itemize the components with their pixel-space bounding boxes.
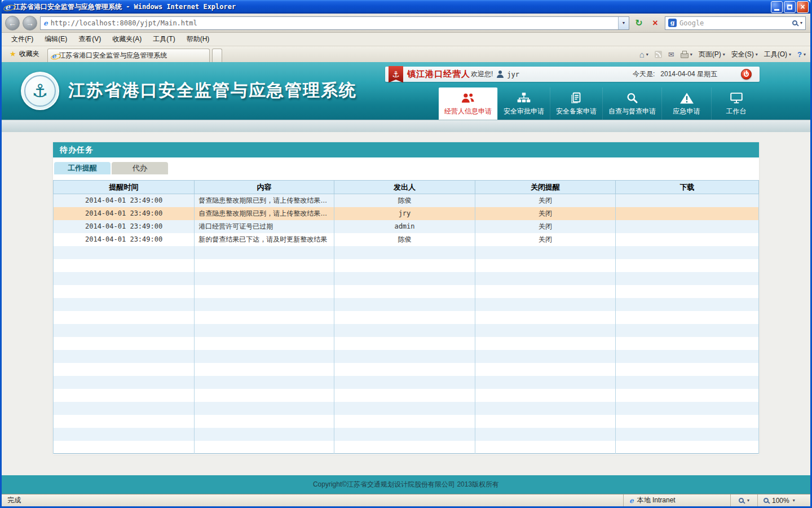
anchor-icon: ⚓ xyxy=(32,80,48,102)
cell-download xyxy=(616,441,759,454)
maximize-icon xyxy=(787,5,792,10)
zoom-menu-chevron-icon: ▾ xyxy=(747,498,749,503)
cell-download xyxy=(616,428,759,441)
nav-item-safety-filing[interactable]: 安全备案申请 xyxy=(550,87,602,120)
close-reminder-link xyxy=(475,428,616,441)
home-chevron-icon: ▾ xyxy=(646,52,648,57)
stop-button[interactable]: × xyxy=(648,16,662,30)
role-badge: ⚓ 镇江港口经营人 xyxy=(385,65,477,84)
table-row xyxy=(54,415,759,428)
cell-download xyxy=(616,376,759,389)
content-area: 待办任务 工作提醒 代办 提醒时间 内容 发出人 关闭提醒 xyxy=(2,132,810,475)
back-button[interactable]: ← xyxy=(5,16,20,30)
main-nav: 经营人信息申请 安全审批申请 安全备案申请 自查与督查申请 应急申请 xyxy=(439,87,761,120)
feeds-button[interactable] xyxy=(655,51,662,58)
close-reminder-link[interactable]: 关闭 xyxy=(475,194,616,207)
window-controls: × xyxy=(771,1,809,13)
nav-item-emergency[interactable]: 应急申请 xyxy=(661,87,711,120)
zoom-menu-button[interactable]: ▾ xyxy=(730,494,757,506)
refresh-button[interactable]: ↻ xyxy=(632,16,646,30)
help-button[interactable]: ? ▾ xyxy=(797,50,806,59)
page-menu-button[interactable]: 页面(P) ▾ xyxy=(699,50,725,59)
subheader-strip xyxy=(2,120,810,132)
menu-file[interactable]: 文件(F) xyxy=(6,33,38,46)
search-icon[interactable] xyxy=(792,20,797,25)
url-field[interactable]: e ▼ xyxy=(40,16,629,30)
nav-item-label: 自查与督查申请 xyxy=(608,107,656,116)
cell-download xyxy=(616,207,759,220)
cell-sender xyxy=(334,428,475,441)
close-button[interactable]: × xyxy=(797,1,809,13)
close-reminder-link xyxy=(475,337,616,350)
copyright-text: Copyright©江苏省交通规划设计院股份有限公司 2013版权所有 xyxy=(313,480,499,489)
close-reminder-link xyxy=(475,259,616,272)
todo-table-body: 2014-04-01 23:49:00 督查隐患整改期限已到，请上传整改结果… … xyxy=(54,194,759,454)
print-button[interactable]: ▾ xyxy=(681,51,692,58)
nav-item-operator-info[interactable]: 经营人信息申请 xyxy=(439,87,497,120)
zoom-value: 100% xyxy=(772,497,789,505)
read-mail-button[interactable]: ✉ xyxy=(668,50,674,59)
cell-content xyxy=(195,415,334,428)
cell-content xyxy=(195,311,334,324)
tools-menu-button[interactable]: 工具(O) ▾ xyxy=(764,50,791,59)
warning-icon xyxy=(679,92,694,104)
menu-edit[interactable]: 编辑(E) xyxy=(39,33,72,46)
zoom-lens-icon xyxy=(764,498,769,503)
forward-button[interactable]: → xyxy=(23,16,37,30)
menu-view[interactable]: 查看(V) xyxy=(73,33,106,46)
username: jyr xyxy=(507,71,519,78)
nav-item-inspection[interactable]: 自查与督查申请 xyxy=(602,87,661,120)
menu-favorites[interactable]: 收藏夹(A) xyxy=(107,33,147,46)
zoom-level-button[interactable]: 100% ▾ xyxy=(757,494,810,506)
close-reminder-link xyxy=(475,285,616,298)
close-reminder-link[interactable]: 关闭 xyxy=(475,233,616,246)
new-tab-stub[interactable] xyxy=(212,49,222,62)
panel-tabs: 工作提醒 代办 xyxy=(54,162,759,174)
cell-remind-time: 2014-04-01 23:49:00 xyxy=(54,207,195,220)
search-dropdown-icon[interactable]: ▾ xyxy=(800,20,802,25)
cell-remind-time xyxy=(54,272,195,285)
nav-item-workbench[interactable]: 工作台 xyxy=(711,87,761,120)
nav-item-safety-approval[interactable]: 安全审批申请 xyxy=(497,87,550,120)
safety-menu-button[interactable]: 安全(S) ▾ xyxy=(731,50,758,59)
close-reminder-link[interactable]: 关闭 xyxy=(475,207,616,220)
cell-content: 督查隐患整改期限已到，请上传整改结果… xyxy=(195,194,334,207)
cell-download xyxy=(616,298,759,311)
logout-power-button[interactable] xyxy=(741,69,752,80)
ie-logo-icon: e xyxy=(5,3,10,11)
close-reminder-link xyxy=(475,389,616,402)
close-reminder-link[interactable]: 关闭 xyxy=(475,220,616,233)
cell-sender: 陈俊 xyxy=(334,233,475,246)
minimize-button[interactable] xyxy=(771,1,783,13)
cell-sender: admin xyxy=(334,220,475,233)
search-box[interactable]: g ▾ xyxy=(665,16,806,30)
favorites-button[interactable]: ★ 收藏夹 xyxy=(4,47,45,62)
cell-remind-time xyxy=(54,389,195,402)
cell-remind-time: 2014-04-01 23:49:00 xyxy=(54,220,195,233)
url-dropdown-button[interactable]: ▼ xyxy=(618,17,629,29)
home-button[interactable]: ⌂ ▾ xyxy=(639,50,648,59)
search-input[interactable] xyxy=(679,19,789,27)
title-bar[interactable]: e 江苏省港口安全监管与应急管理系统 - Windows Internet Ex… xyxy=(2,0,810,14)
cell-download xyxy=(616,337,759,350)
cell-sender xyxy=(334,389,475,402)
table-row xyxy=(54,337,759,350)
maximize-button[interactable] xyxy=(784,1,796,13)
cell-sender: jry xyxy=(334,207,475,220)
site-title: 江苏省港口安全监管与应急管理系统 xyxy=(68,79,357,102)
menu-tools[interactable]: 工具(T) xyxy=(148,33,180,46)
url-input[interactable] xyxy=(51,19,615,27)
rss-icon xyxy=(655,51,662,58)
cell-content xyxy=(195,350,334,363)
cell-remind-time xyxy=(54,428,195,441)
cell-remind-time xyxy=(54,246,195,259)
browser-tab[interactable]: e 江苏省港口安全监管与应急管理系统 xyxy=(47,49,210,62)
cell-remind-time xyxy=(54,259,195,272)
menu-help[interactable]: 帮助(H) xyxy=(182,33,215,46)
tab-work-reminder[interactable]: 工作提醒 xyxy=(54,162,111,174)
zoom-chevron-icon: ▾ xyxy=(793,498,795,503)
table-row xyxy=(54,285,759,298)
cell-sender xyxy=(334,415,475,428)
cell-sender xyxy=(334,337,475,350)
tab-agency[interactable]: 代办 xyxy=(112,162,168,174)
